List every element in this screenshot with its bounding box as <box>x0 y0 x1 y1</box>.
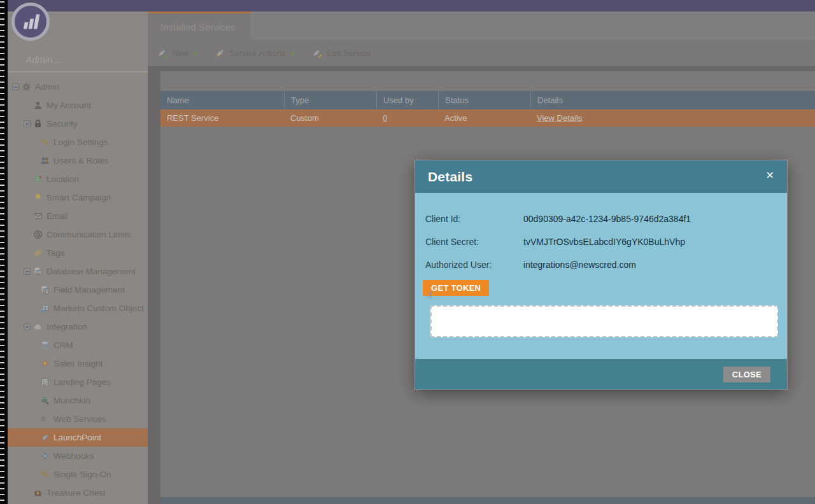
table-row-rest-service[interactable]: REST Service Custom 0 Active View Detail… <box>160 109 815 127</box>
sidebar-item-sales-insight[interactable]: Sales Insight <box>8 354 148 373</box>
sidebar-item-webhooks[interactable]: Webhooks <box>8 447 148 465</box>
sidebar-item-label: Security <box>46 119 78 129</box>
sidebar-item-landing-pages[interactable]: Landing Pages <box>8 373 148 391</box>
authorized-user-label: Authorized User: <box>425 260 523 270</box>
sidebar-item-munchkin[interactable]: Munchkin <box>8 391 148 410</box>
sidebar-item-single-sign-on[interactable]: Single Sign-On <box>8 465 148 484</box>
new-button-label: New <box>172 48 188 58</box>
sidebar-item-label: Integration <box>46 322 87 332</box>
sidebar-item-label: Smart Campaign <box>46 193 111 202</box>
sidebar-item-users-roles[interactable]: Users & Roles <box>8 151 148 170</box>
key-icon <box>40 470 50 479</box>
collapse-toggle-icon[interactable] <box>12 83 19 90</box>
collapse-toggle-icon[interactable] <box>24 323 31 330</box>
sidebar-item-communication-limits[interactable]: Communication Limits <box>8 225 148 244</box>
details-modal: Details ✕ Client Id: 00d90309-a42c-1234-… <box>415 160 787 389</box>
key-icon <box>40 137 50 147</box>
cloud-icon <box>33 322 43 332</box>
sidebar-item-label: Munchkin <box>53 396 90 405</box>
app-window: AdminMy AccountSecurityLogin SettingsUse… <box>0 0 815 504</box>
user-icon <box>33 101 43 110</box>
sidebar-item-label: Field Management <box>53 285 125 295</box>
sidebar-item-label: Location <box>46 174 79 184</box>
scissors-icon: ✂ <box>424 290 437 300</box>
custom-object-icon <box>40 304 50 313</box>
edit-service-button[interactable]: Edit Service <box>312 48 371 59</box>
munchkin-icon <box>40 396 50 405</box>
client-secret-label: Client Secret: <box>425 237 523 247</box>
gear-icon <box>22 82 31 92</box>
gears-icon <box>40 414 50 424</box>
db-table-icon <box>40 285 50 295</box>
service-type: Custom <box>284 109 376 127</box>
sidebar-item-web-services[interactable]: Web Services <box>8 410 148 428</box>
client-id-label: Client Id: <box>425 214 523 224</box>
dropdown-caret-icon: ▾ <box>194 50 197 57</box>
service-status: Active <box>438 109 530 127</box>
sidebar-item-label: CRM <box>53 340 73 350</box>
authorized-user-field: Authorized User: integrations@newscred.c… <box>425 260 777 270</box>
sidebar-item-email[interactable]: Email <box>8 207 148 225</box>
tab-installed-services[interactable]: Installed Services <box>148 11 251 42</box>
close-button[interactable]: CLOSE <box>723 367 770 382</box>
edit-service-label: Edit Service <box>327 48 371 58</box>
sidebar-item-security[interactable]: Security <box>8 115 148 133</box>
rocket-edit-icon <box>312 48 323 59</box>
db-table-icon <box>33 267 43 276</box>
rocket-icon <box>215 48 225 59</box>
sidebar-item-launchpoint[interactable]: LaunchPoint <box>8 428 148 447</box>
sidebar-item-label: My Account <box>46 101 91 110</box>
used-by-link[interactable]: 0 <box>383 113 387 123</box>
new-button[interactable]: New ▾ <box>157 48 197 59</box>
filmstrip-edge <box>0 0 8 504</box>
bottom-strip <box>160 497 815 504</box>
lock-icon <box>33 119 43 129</box>
page-icon <box>40 377 50 387</box>
top-accent-bar <box>8 0 815 11</box>
table-header: Name Type Used by Status Details <box>160 91 815 109</box>
sidebar-item-login-settings[interactable]: Login Settings <box>8 133 148 151</box>
sidebar-item-label: Web Services <box>53 414 106 424</box>
column-type: Type <box>284 91 376 109</box>
sidebar-item-label: Login Settings <box>53 137 108 147</box>
authorized-user-value: integrations@newscred.com <box>523 260 636 270</box>
sidebar-item-label: Admin <box>35 82 59 92</box>
sidebar-item-tags[interactable]: Tags <box>8 244 148 262</box>
marketo-logo-icon[interactable] <box>11 3 50 41</box>
sidebar-item-location[interactable]: Location <box>8 170 148 188</box>
sidebar-item-crm[interactable]: CRM <box>8 336 148 354</box>
sidebar-item-database-management[interactable]: Database Management <box>8 262 148 281</box>
at-icon <box>33 230 43 239</box>
client-secret-value: tvVMJTrOSvbsELabcdIY6gYK0BuLhVhp <box>523 237 685 247</box>
users-icon <box>40 156 50 165</box>
sidebar-item-smart-campaign[interactable]: Smart Campaign <box>8 188 148 207</box>
sidebar-item-field-management[interactable]: Field Management <box>8 281 148 299</box>
column-used-by: Used by <box>376 91 438 109</box>
sidebar-item-my-account[interactable]: My Account <box>8 96 148 115</box>
collapse-toggle-icon[interactable] <box>24 120 31 127</box>
sidebar-item-label: Database Management <box>46 267 136 276</box>
tag-icon <box>33 248 43 258</box>
sidebar-item-label: LaunchPoint <box>53 433 101 442</box>
modal-title: Details <box>415 160 787 193</box>
admin-sidebar: AdminMy AccountSecurityLogin SettingsUse… <box>8 11 148 504</box>
database-icon <box>40 340 50 350</box>
view-details-link[interactable]: View Details <box>537 113 582 123</box>
sidebar-item-treasure-chest[interactable]: Treasure Chest <box>8 484 148 502</box>
sidebar-item-integration[interactable]: Integration <box>8 318 148 336</box>
rocket-icon <box>40 433 50 442</box>
column-details: Details <box>530 91 815 109</box>
sidebar-item-label: Marketo Custom Object <box>53 304 144 313</box>
sidebar-item-label: Users & Roles <box>53 156 108 165</box>
sidebar-search <box>8 47 148 73</box>
sidebar-item-label: Sales Insight <box>53 359 103 368</box>
sidebar-item-label: Treasure Chest <box>46 488 106 498</box>
close-icon[interactable]: ✕ <box>766 171 774 181</box>
sidebar-item-marketo-custom-object[interactable]: Marketo Custom Object <box>8 299 148 318</box>
dropdown-caret-icon: ▾ <box>291 50 294 57</box>
service-actions-button[interactable]: Service Actions ▾ <box>215 48 294 59</box>
toolbar: New ▾ Service Actions ▾ Edit Service <box>148 39 815 66</box>
sidebar-item-admin[interactable]: Admin <box>8 78 148 96</box>
admin-search-input[interactable] <box>8 47 148 71</box>
collapse-toggle-icon[interactable] <box>24 268 31 275</box>
